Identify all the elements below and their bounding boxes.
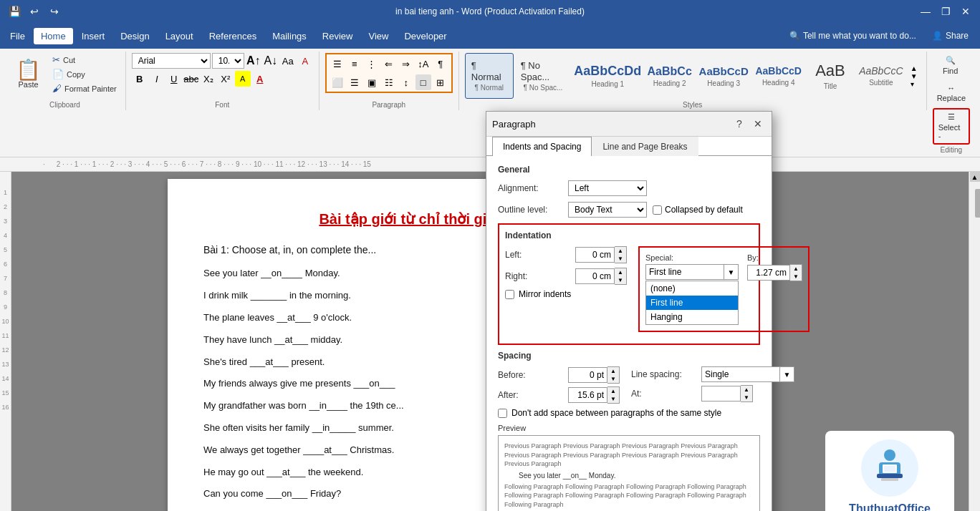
indentation-title: Indentation bbox=[505, 230, 753, 240]
outline-level-label: Outline level: bbox=[498, 205, 562, 215]
by-label: By: bbox=[747, 253, 802, 262]
dialog-close-btn[interactable]: ✕ bbox=[750, 116, 766, 132]
at-up-btn[interactable]: ▲ bbox=[741, 386, 752, 394]
dont-add-space-label: Don't add space between paragraphs of th… bbox=[511, 408, 721, 418]
alignment-row: Alignment: Left Center Right Justified bbox=[498, 180, 760, 196]
by-down-btn[interactable]: ▼ bbox=[790, 273, 802, 281]
before-spin: ▲ ▼ bbox=[568, 366, 620, 384]
at-spin: ▲ ▼ bbox=[701, 385, 753, 402]
special-col: Special: ▼ (none) First line Hanging bbox=[645, 253, 739, 325]
general-section-title: General bbox=[498, 165, 760, 175]
at-field[interactable] bbox=[701, 386, 741, 402]
preview-title: Preview bbox=[498, 424, 760, 432]
after-field[interactable] bbox=[568, 387, 607, 403]
collapsed-default-row: Collapsed by default bbox=[653, 205, 743, 215]
before-row: Before: ▲ ▼ bbox=[498, 366, 620, 384]
line-spacing-arrow-btn[interactable]: ▼ bbox=[780, 366, 794, 382]
right-indent-row: Right: ▲ ▼ bbox=[505, 268, 627, 285]
option-none[interactable]: (none) bbox=[646, 281, 738, 296]
after-label: After: bbox=[498, 390, 562, 400]
after-down-btn[interactable]: ▼ bbox=[607, 395, 619, 403]
by-col: By: ▲ ▼ bbox=[747, 253, 802, 325]
left-indent-row: Left: ▲ ▼ bbox=[505, 246, 627, 263]
before-label: Before: bbox=[498, 370, 562, 380]
at-down-btn[interactable]: ▼ bbox=[741, 394, 752, 402]
by-spin: ▲ ▼ bbox=[747, 264, 802, 281]
left-field[interactable] bbox=[575, 247, 615, 263]
dialog-content: General Alignment: Left Center Right Jus… bbox=[486, 156, 772, 511]
right-field[interactable] bbox=[575, 268, 615, 284]
collapsed-default-checkbox[interactable] bbox=[653, 205, 662, 215]
special-section: Special: ▼ (none) First line Hanging bbox=[638, 246, 810, 332]
dont-add-space-checkbox[interactable] bbox=[498, 409, 507, 418]
left-up-btn[interactable]: ▲ bbox=[615, 247, 626, 255]
paragraph-dialog: Paragraph ? ✕ Indents and Spacing Line a… bbox=[486, 111, 772, 511]
spacing-section: Spacing Before: ▲ ▼ bbox=[498, 351, 760, 418]
option-hanging[interactable]: Hanging bbox=[646, 310, 738, 324]
left-label: Left: bbox=[505, 250, 570, 260]
preview-box: Previous Paragraph Previous Paragraph Pr… bbox=[498, 435, 760, 511]
at-label: At: bbox=[631, 389, 696, 399]
outline-level-row: Outline level: Body Text Level 1 Collaps… bbox=[498, 202, 760, 218]
special-dropdown-list: (none) First line Hanging bbox=[645, 281, 739, 325]
before-field[interactable] bbox=[568, 367, 607, 383]
dialog-title-buttons: ? ✕ bbox=[731, 116, 766, 132]
dialog-overlay: Paragraph ? ✕ Indents and Spacing Line a… bbox=[0, 0, 980, 511]
tab-indents-spacing[interactable]: Indents and Spacing bbox=[492, 137, 592, 156]
after-row: After: ▲ ▼ bbox=[498, 386, 620, 404]
dialog-help-btn[interactable]: ? bbox=[731, 116, 747, 132]
line-spacing-label: Line spacing: bbox=[631, 369, 696, 379]
before-down-btn[interactable]: ▼ bbox=[607, 375, 619, 383]
alignment-select[interactable]: Left Center Right Justified bbox=[568, 180, 647, 196]
alignment-label: Alignment: bbox=[498, 183, 562, 193]
line-spacing-row: Line spacing: ▼ bbox=[631, 366, 794, 382]
left-down-btn[interactable]: ▼ bbox=[615, 255, 626, 263]
special-label: Special: bbox=[645, 253, 739, 262]
mirror-indents-label: Mirror indents bbox=[519, 289, 571, 299]
dont-add-space-row: Don't add space between paragraphs of th… bbox=[498, 408, 760, 418]
mirror-indents-row: Mirror indents bbox=[505, 289, 627, 299]
right-label: Right: bbox=[505, 271, 570, 281]
outline-level-select[interactable]: Body Text Level 1 bbox=[568, 202, 647, 218]
special-dropdown-btn[interactable]: ▼ bbox=[724, 264, 739, 280]
dialog-tabs: Indents and Spacing Line and Page Breaks bbox=[486, 137, 772, 156]
tab-line-page-breaks[interactable]: Line and Page Breaks bbox=[592, 137, 698, 156]
preview-section: Preview Previous Paragraph Previous Para… bbox=[498, 424, 760, 511]
at-row: At: ▲ ▼ bbox=[631, 385, 794, 402]
right-down-btn[interactable]: ▼ bbox=[615, 276, 626, 284]
before-up-btn[interactable]: ▲ bbox=[607, 367, 619, 375]
after-spin: ▲ ▼ bbox=[568, 386, 620, 404]
collapsed-default-label: Collapsed by default bbox=[665, 205, 743, 215]
indentation-section: Indentation Left: ▲ ▼ bbox=[498, 223, 760, 345]
by-field[interactable] bbox=[747, 265, 790, 281]
spacing-title: Spacing bbox=[498, 351, 760, 361]
left-spin: ▲ ▼ bbox=[575, 246, 627, 263]
right-up-btn[interactable]: ▲ bbox=[615, 268, 626, 276]
preview-sample: See you later __on__ Monday. bbox=[504, 472, 754, 480]
by-up-btn[interactable]: ▲ bbox=[790, 265, 802, 273]
mirror-indents-checkbox[interactable] bbox=[505, 290, 514, 299]
right-spin: ▲ ▼ bbox=[575, 268, 627, 285]
dialog-titlebar: Paragraph ? ✕ bbox=[486, 112, 772, 137]
line-spacing-field[interactable] bbox=[701, 366, 780, 382]
line-spacing-dropdown: ▼ bbox=[701, 366, 794, 382]
preview-prev-text: Previous Paragraph Previous Paragraph Pr… bbox=[504, 442, 754, 469]
after-up-btn[interactable]: ▲ bbox=[607, 387, 619, 395]
dialog-title: Paragraph bbox=[492, 119, 536, 130]
option-first-line[interactable]: First line bbox=[646, 296, 738, 310]
special-dropdown: ▼ bbox=[645, 264, 739, 280]
special-field[interactable] bbox=[645, 264, 724, 280]
preview-following-text: Following Paragraph Following Paragraph … bbox=[504, 482, 754, 510]
